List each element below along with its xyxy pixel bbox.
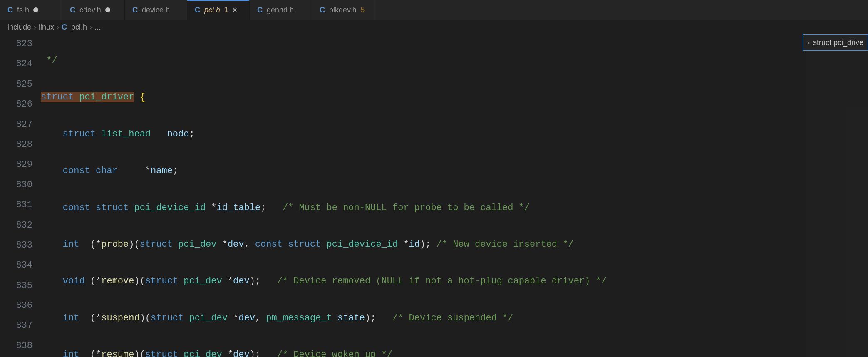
problem-badge: 1 [224, 6, 228, 14]
c-lang-icon: C [70, 6, 75, 15]
tab-label: genhd.h [267, 6, 294, 15]
code-line[interactable]: const struct pci_device_id *id_table; /*… [41, 198, 868, 218]
c-lang-icon: C [195, 6, 200, 15]
tab-genhd-h[interactable]: C genhd.h [250, 0, 312, 20]
line-number[interactable]: 837 [0, 316, 32, 336]
tab-label: device.h [142, 6, 170, 15]
tab-blkdev-h[interactable]: C blkdev.h 5 [312, 0, 374, 20]
code-line[interactable]: int (*resume)(struct pci_dev *dev); /* D… [41, 345, 868, 357]
line-number[interactable]: 824 [0, 54, 32, 74]
line-gutter: 823 824 825 826 827 828 829 830 831 832 … [0, 34, 41, 357]
tab-cdev-h[interactable]: C cdev.h [62, 0, 125, 20]
line-number[interactable]: 828 [0, 135, 32, 155]
line-number[interactable]: 834 [0, 255, 32, 275]
line-number[interactable]: 825 [0, 74, 32, 94]
breadcrumb-seg[interactable]: include [7, 23, 31, 32]
tab-pci-h[interactable]: C pci.h 1 × [187, 0, 250, 20]
line-number[interactable]: 836 [0, 296, 32, 316]
c-lang-icon: C [7, 6, 13, 15]
line-number[interactable]: 831 [0, 195, 32, 215]
line-number[interactable]: 823 [0, 34, 32, 54]
code-line[interactable]: void (*remove)(struct pci_dev *dev); /* … [41, 271, 868, 291]
breadcrumb-seg[interactable]: ... [94, 23, 101, 32]
tab-label: blkdev.h [329, 6, 357, 15]
chevron-right-icon: › [57, 23, 59, 32]
code-line[interactable]: */ [41, 51, 868, 71]
chevron-right-icon: › [89, 23, 92, 32]
minimap[interactable] [806, 34, 868, 357]
code-area[interactable]: */ struct pci_driver { struct list_head … [41, 34, 868, 357]
breadcrumb[interactable]: include › linux › C pci.h › ... [0, 20, 868, 34]
tab-label: cdev.h [79, 6, 101, 15]
tab-device-h[interactable]: C device.h [125, 0, 187, 20]
dirty-dot-icon [33, 7, 38, 12]
line-number[interactable]: 835 [0, 276, 32, 296]
tab-label: fs.h [17, 6, 29, 15]
tab-fs-h[interactable]: C fs.h [0, 0, 62, 20]
close-icon[interactable]: × [233, 5, 238, 15]
c-lang-icon: C [257, 6, 263, 15]
dirty-dot-icon [105, 7, 110, 12]
code-line[interactable]: int (*suspend)(struct pci_dev *dev, pm_m… [41, 308, 868, 328]
editor[interactable]: 823 824 825 826 827 828 829 830 831 832 … [0, 34, 868, 357]
code-line[interactable]: const char *name; [41, 161, 868, 181]
c-lang-icon: C [62, 23, 67, 32]
c-lang-icon: C [320, 6, 325, 15]
breadcrumb-seg[interactable]: linux [39, 23, 54, 32]
line-number[interactable]: 826 [0, 94, 32, 114]
tab-bar: C fs.h C cdev.h C device.h C pci.h 1 × C… [0, 0, 868, 20]
line-number[interactable]: 827 [0, 115, 32, 135]
line-number[interactable]: 832 [0, 216, 32, 236]
code-line[interactable]: struct list_head node; [41, 124, 868, 144]
problem-badge: 5 [361, 6, 365, 14]
code-line[interactable]: struct pci_driver { [41, 87, 868, 107]
code-line[interactable]: int (*probe)(struct pci_dev *dev, const … [41, 235, 868, 255]
line-number[interactable]: 829 [0, 155, 32, 175]
c-lang-icon: C [132, 6, 138, 15]
line-number[interactable]: 833 [0, 236, 32, 255]
chevron-right-icon: › [34, 23, 36, 32]
line-number[interactable]: 830 [0, 175, 32, 195]
outline-label: struct pci_drive [813, 38, 863, 47]
breadcrumb-seg[interactable]: pci.h [71, 23, 87, 32]
tab-label: pci.h [204, 6, 220, 15]
line-number[interactable]: 838 [0, 336, 32, 356]
outline-widget[interactable]: › struct pci_drive [803, 34, 868, 51]
chevron-right-icon: › [807, 38, 810, 47]
